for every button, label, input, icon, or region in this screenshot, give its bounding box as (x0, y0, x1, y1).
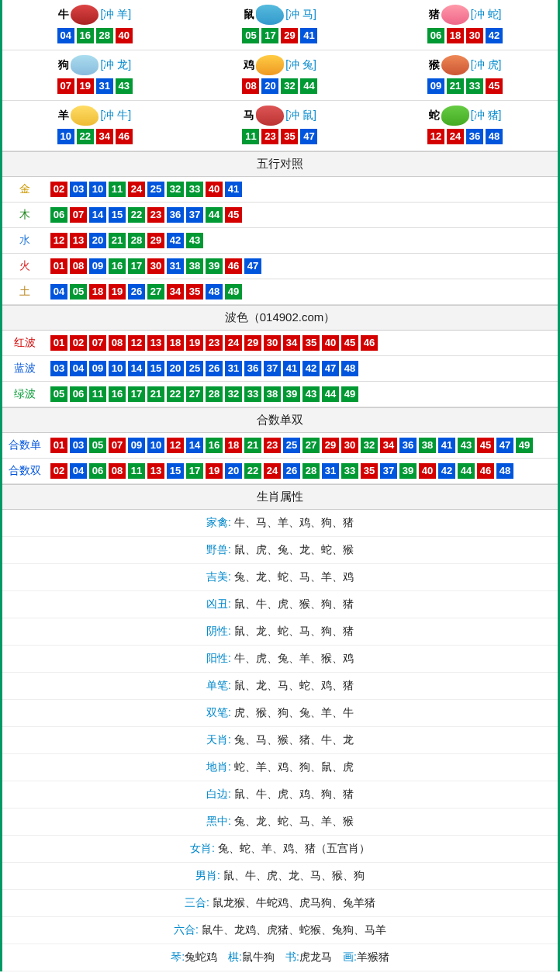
number-ball: 43 (186, 233, 203, 248)
zodiac-name: 牛 (58, 8, 69, 22)
attr-value: 兔、马、猴、猪、牛、龙 (234, 733, 354, 746)
number-ball: 14 (89, 207, 106, 223)
heshu-balls: 0204060811131517192022242628313335373940… (44, 463, 513, 479)
number-ball: 45 (225, 207, 242, 223)
wuxing-balls: 04051819262734354849 (44, 284, 242, 300)
zodiac-title: 鸡[冲 兔] (188, 55, 373, 75)
attr-row: 六合: 鼠牛、龙鸡、虎猪、蛇猴、兔狗、马羊 (2, 917, 558, 944)
zodiac-title: 牛[冲 羊] (2, 5, 188, 25)
number-ball: 18 (447, 28, 464, 43)
wuxing-label: 金 (5, 182, 44, 196)
number-ball: 09 (89, 361, 106, 376)
attr-row: 黑中: 兔、龙、蛇、马、羊、猴 (2, 809, 558, 836)
zodiac-conflict: [冲 羊] (100, 8, 131, 22)
section-header-bose: 波色（014902.com） (2, 305, 558, 331)
number-ball: 30 (264, 335, 281, 351)
number-ball: 09 (89, 258, 106, 274)
wuxing-row: 火0108091617303138394647 (2, 254, 558, 279)
number-ball: 21 (447, 78, 464, 94)
number-ball: 45 (477, 438, 494, 453)
number-ball: 28 (96, 28, 113, 43)
number-ball: 15 (167, 463, 184, 479)
number-ball: 19 (186, 335, 203, 351)
bose-row: 蓝波03040910141520252631363741424748 (2, 356, 558, 382)
zodiac-title: 猪[冲 蛇] (372, 5, 558, 25)
number-ball: 43 (116, 78, 133, 94)
bose-balls: 03040910141520252631363741424748 (44, 361, 358, 376)
number-ball: 43 (458, 438, 475, 453)
number-ball: 14 (186, 438, 203, 453)
number-ball: 44 (300, 78, 317, 94)
number-ball: 22 (128, 207, 145, 223)
section-header-wuxing: 五行对照 (2, 151, 558, 177)
number-ball: 41 (438, 438, 455, 453)
attr-row: 地肖: 蛇、羊、鸡、狗、鼠、虎 (2, 754, 558, 781)
qqsh-value: 兔蛇鸡 (185, 950, 217, 963)
number-ball: 32 (361, 438, 378, 453)
attr-row: 阴性: 鼠、龙、蛇、马、狗、猪 (2, 618, 558, 646)
number-ball: 05 (50, 386, 67, 402)
attr-row: 双笔: 虎、猴、狗、兔、羊、牛 (2, 700, 558, 727)
wuxing-balls: 06071415222336374445 (44, 207, 242, 223)
zodiac-conflict: [冲 虎] (471, 58, 502, 72)
zodiac-name: 羊 (58, 109, 69, 123)
heshu-section: 合数单0103050709101214161821232527293032343… (2, 433, 558, 484)
number-ball: 48 (206, 284, 223, 300)
number-ball: 12 (427, 129, 444, 144)
attr-value: 兔、蛇、羊、鸡、猪（五宫肖） (218, 842, 370, 854)
zodiac-cell: 鸡[冲 兔]08203244 (188, 50, 373, 101)
number-ball: 21 (244, 438, 261, 453)
number-ball: 16 (77, 28, 94, 43)
number-ball: 29 (322, 438, 339, 453)
number-ball: 13 (147, 335, 164, 351)
attr-value: 鼠、龙、马、蛇、鸡、猪 (234, 679, 354, 691)
wuxing-row: 水1213202128294243 (2, 228, 558, 254)
zodiac-conflict: [冲 蛇] (471, 8, 502, 22)
number-ball: 35 (361, 463, 378, 479)
number-ball: 17 (128, 386, 145, 402)
number-ball: 16 (109, 258, 126, 274)
number-ball: 48 (341, 361, 358, 376)
number-ball: 45 (486, 78, 503, 94)
number-ball: 30 (341, 438, 358, 453)
number-ball: 09 (128, 438, 145, 453)
attr-label: 白边: (206, 788, 234, 800)
number-ball: 38 (186, 258, 203, 274)
number-ball: 33 (186, 182, 203, 197)
number-ball: 22 (77, 129, 94, 144)
number-ball: 33 (244, 386, 261, 402)
zodiac-title: 马[冲 鼠] (188, 106, 373, 126)
qin-qi-shu-hua-row: 琴:兔蛇鸡 棋:鼠牛狗 书:虎龙马 画:羊猴猪 (2, 944, 558, 971)
zodiac-cell: 羊[冲 牛]10223446 (2, 101, 188, 151)
number-ball: 47 (300, 129, 317, 144)
bose-label: 蓝波 (5, 362, 44, 376)
qqsh-value: 羊猴猪 (357, 950, 389, 963)
zodiac-balls: 07193143 (2, 78, 188, 99)
number-ball: 25 (283, 438, 300, 453)
number-ball: 19 (109, 284, 126, 300)
heshu-label: 合数单 (5, 438, 44, 452)
number-ball: 20 (225, 463, 242, 479)
zodiac-title: 蛇[冲 猪] (372, 106, 558, 126)
number-ball: 05 (70, 284, 87, 300)
number-ball: 06 (427, 28, 444, 43)
attr-label: 野兽: (206, 543, 234, 556)
number-ball: 07 (89, 335, 106, 351)
spacer (275, 950, 285, 963)
attr-value: 兔、龙、蛇、马、羊、猴 (234, 815, 354, 827)
number-ball: 46 (477, 463, 494, 479)
wuxing-row: 金02031011242532334041 (2, 177, 558, 203)
number-ball: 27 (147, 284, 164, 300)
number-ball: 42 (167, 233, 184, 248)
number-ball: 35 (302, 335, 320, 351)
number-ball: 13 (147, 463, 164, 479)
heshu-balls: 0103050709101214161821232527293032343638… (44, 438, 533, 453)
bose-label: 红波 (5, 336, 44, 350)
attr-label: 家禽: (206, 516, 234, 528)
number-ball: 24 (225, 335, 242, 351)
number-ball: 17 (128, 258, 145, 274)
attr-value: 鼠牛、龙鸡、虎猪、蛇猴、兔狗、马羊 (202, 923, 386, 936)
section-header-heshu: 合数单双 (2, 407, 558, 433)
number-ball: 16 (206, 438, 223, 453)
attr-label: 男肖: (195, 869, 223, 881)
